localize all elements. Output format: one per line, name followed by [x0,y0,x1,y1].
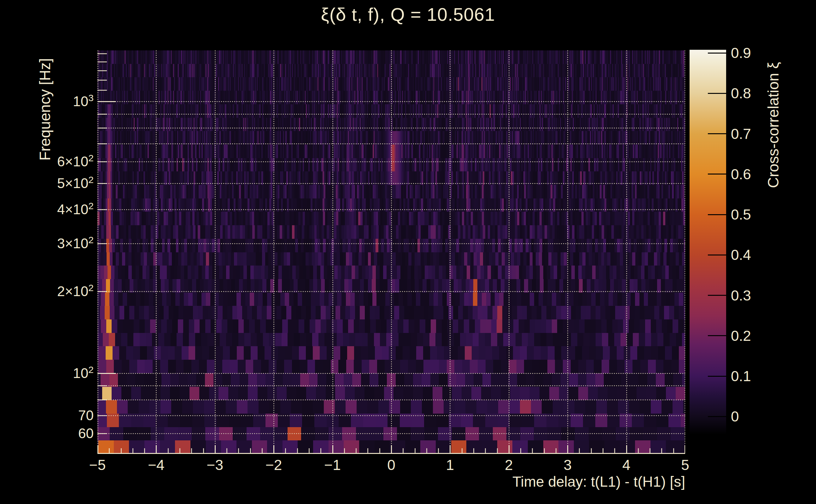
y-tick-label: 70 [18,408,94,423]
colorbar-tick-label: 0.9 [731,44,751,61]
y-tick-label: 4×102 [18,202,94,217]
x-tick-label: 5 [666,456,704,473]
colorbar-title: Cross-correlation ξ [765,49,784,188]
y-tick-label: 102 [18,365,94,381]
colorbar-tick [708,53,726,54]
colorbar-tick-label: 0.7 [731,125,751,142]
x-tick-label: 2 [490,456,528,473]
colorbar-tick [708,255,726,255]
x-tick-label: −4 [137,456,175,473]
colorbar [690,50,726,435]
y-tick-label: 5×102 [18,175,94,191]
colorbar-tick-label: 0.4 [731,246,751,263]
colorbar-tick-label: 0 [731,408,739,425]
x-tick-label: −5 [78,456,116,473]
colorbar-tick [708,416,726,417]
y-tick-label: 60 [18,426,94,441]
x-tick-label: −1 [314,456,352,473]
colorbar-tick [708,335,726,336]
x-tick-label: 1 [431,456,469,473]
y-tick-label: 3×102 [18,236,94,251]
chart-title: ξ(δ t, f), Q = 10.5061 [0,4,816,25]
colorbar-tick [708,295,726,296]
x-tick-label: 0 [372,456,410,473]
x-tick-label: 4 [607,456,646,473]
colorbar-tick-label: 0.1 [731,368,751,385]
heatmap-plot-area [97,50,685,454]
x-tick-label: −3 [196,456,234,473]
colorbar-tick-label: 0.2 [731,327,751,344]
colorbar-tick [708,174,726,175]
y-tick-label: 2×102 [18,283,94,299]
colorbar-tick-label: 0.3 [731,287,751,304]
x-axis-title: Time delay: t(L1) - t(H1) [s] [433,473,685,490]
colorbar-tick-label: 0.5 [731,206,751,223]
colorbar-tick-label: 0.8 [731,85,751,102]
colorbar-tick-label: 0.6 [731,166,751,183]
colorbar-tick [708,93,726,94]
figure: ξ(δ t, f), Q = 10.5061 Frequency [Hz] 10… [0,0,816,504]
colorbar-tick [708,376,726,377]
y-tick-label: 6×102 [18,154,94,169]
x-tick-label: −2 [255,456,293,473]
colorbar-tick [708,214,726,215]
y-tick-label: 103 [18,94,94,109]
colorbar-tick [708,133,726,134]
x-tick-label: 3 [549,456,586,473]
